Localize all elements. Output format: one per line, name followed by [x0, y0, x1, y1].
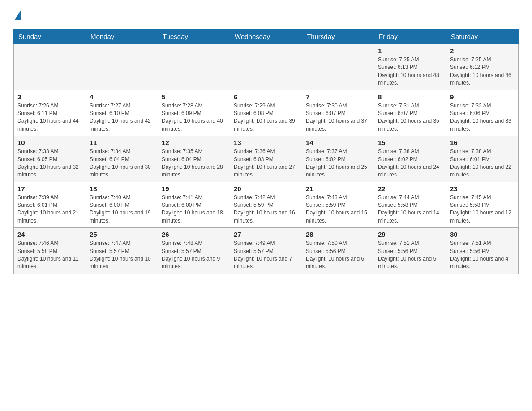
day-number: 16 — [450, 139, 515, 146]
day-number: 24 — [17, 231, 82, 238]
day-info: Sunrise: 7:51 AM Sunset: 5:56 PM Dayligh… — [378, 240, 442, 271]
calendar-header-row: SundayMondayTuesdayWednesdayThursdayFrid… — [14, 29, 519, 44]
day-info: Sunrise: 7:41 AM Sunset: 6:00 PM Dayligh… — [162, 194, 226, 225]
day-number: 18 — [90, 185, 154, 193]
weekday-header-monday: Monday — [86, 29, 158, 44]
day-number: 30 — [450, 231, 515, 238]
day-info: Sunrise: 7:38 AM Sunset: 6:02 PM Dayligh… — [378, 148, 442, 179]
calendar-cell: 14Sunrise: 7:37 AM Sunset: 6:02 PM Dayli… — [302, 136, 374, 182]
calendar-cell: 24Sunrise: 7:46 AM Sunset: 5:58 PM Dayli… — [14, 228, 86, 274]
calendar-week-row: 1Sunrise: 7:25 AM Sunset: 6:13 PM Daylig… — [14, 44, 519, 90]
calendar-week-row: 17Sunrise: 7:39 AM Sunset: 6:01 PM Dayli… — [14, 182, 519, 228]
calendar-cell: 3Sunrise: 7:26 AM Sunset: 6:11 PM Daylig… — [14, 90, 86, 136]
day-info: Sunrise: 7:32 AM Sunset: 6:06 PM Dayligh… — [450, 102, 515, 133]
day-number: 3 — [17, 93, 82, 101]
calendar-cell — [158, 44, 230, 90]
day-number: 21 — [306, 185, 370, 193]
calendar-cell: 9Sunrise: 7:32 AM Sunset: 6:06 PM Daylig… — [446, 90, 519, 136]
calendar-cell: 6Sunrise: 7:29 AM Sunset: 6:08 PM Daylig… — [230, 90, 302, 136]
day-info: Sunrise: 7:49 AM Sunset: 5:57 PM Dayligh… — [234, 240, 298, 271]
calendar-cell — [302, 44, 374, 90]
calendar-cell — [14, 44, 86, 90]
day-number: 20 — [234, 185, 298, 193]
weekday-header-wednesday: Wednesday — [230, 29, 302, 44]
weekday-header-friday: Friday — [374, 29, 446, 44]
calendar-cell: 28Sunrise: 7:50 AM Sunset: 5:56 PM Dayli… — [302, 228, 374, 274]
day-info: Sunrise: 7:43 AM Sunset: 5:59 PM Dayligh… — [306, 194, 370, 225]
calendar-cell: 22Sunrise: 7:44 AM Sunset: 5:58 PM Dayli… — [374, 182, 446, 228]
day-number: 27 — [234, 231, 298, 238]
day-info: Sunrise: 7:25 AM Sunset: 6:13 PM Dayligh… — [378, 56, 442, 87]
day-info: Sunrise: 7:29 AM Sunset: 6:08 PM Dayligh… — [234, 102, 298, 133]
day-info: Sunrise: 7:28 AM Sunset: 6:09 PM Dayligh… — [162, 102, 226, 133]
weekday-header-thursday: Thursday — [302, 29, 374, 44]
weekday-header-saturday: Saturday — [446, 29, 519, 44]
calendar-cell: 20Sunrise: 7:42 AM Sunset: 5:59 PM Dayli… — [230, 182, 302, 228]
calendar-cell: 4Sunrise: 7:27 AM Sunset: 6:10 PM Daylig… — [86, 90, 158, 136]
calendar-cell: 13Sunrise: 7:36 AM Sunset: 6:03 PM Dayli… — [230, 136, 302, 182]
day-info: Sunrise: 7:37 AM Sunset: 6:02 PM Dayligh… — [306, 148, 370, 179]
calendar-cell — [230, 44, 302, 90]
day-number: 11 — [90, 139, 154, 146]
calendar-cell: 17Sunrise: 7:39 AM Sunset: 6:01 PM Dayli… — [14, 182, 86, 228]
calendar-cell: 29Sunrise: 7:51 AM Sunset: 5:56 PM Dayli… — [374, 228, 446, 274]
day-info: Sunrise: 7:38 AM Sunset: 6:01 PM Dayligh… — [450, 148, 515, 179]
day-number: 26 — [162, 231, 226, 238]
weekday-header-tuesday: Tuesday — [158, 29, 230, 44]
calendar-cell: 12Sunrise: 7:35 AM Sunset: 6:04 PM Dayli… — [158, 136, 230, 182]
day-number: 12 — [162, 139, 226, 146]
calendar-cell: 2Sunrise: 7:25 AM Sunset: 6:12 PM Daylig… — [446, 44, 519, 90]
day-number: 7 — [306, 93, 370, 101]
logo-triangle-icon — [15, 10, 21, 20]
day-info: Sunrise: 7:30 AM Sunset: 6:07 PM Dayligh… — [306, 102, 370, 133]
day-info: Sunrise: 7:31 AM Sunset: 6:07 PM Dayligh… — [378, 102, 442, 133]
day-info: Sunrise: 7:40 AM Sunset: 6:00 PM Dayligh… — [90, 194, 154, 225]
day-number: 25 — [90, 231, 154, 238]
day-number: 9 — [450, 93, 515, 101]
day-info: Sunrise: 7:48 AM Sunset: 5:57 PM Dayligh… — [162, 240, 226, 271]
day-info: Sunrise: 7:33 AM Sunset: 6:05 PM Dayligh… — [17, 148, 82, 179]
calendar-cell: 7Sunrise: 7:30 AM Sunset: 6:07 PM Daylig… — [302, 90, 374, 136]
calendar-cell: 27Sunrise: 7:49 AM Sunset: 5:57 PM Dayli… — [230, 228, 302, 274]
day-number: 15 — [378, 139, 442, 146]
calendar-cell: 26Sunrise: 7:48 AM Sunset: 5:57 PM Dayli… — [158, 228, 230, 274]
day-info: Sunrise: 7:50 AM Sunset: 5:56 PM Dayligh… — [306, 240, 370, 271]
calendar-cell: 18Sunrise: 7:40 AM Sunset: 6:00 PM Dayli… — [86, 182, 158, 228]
calendar-week-row: 10Sunrise: 7:33 AM Sunset: 6:05 PM Dayli… — [14, 136, 519, 182]
calendar-cell: 11Sunrise: 7:34 AM Sunset: 6:04 PM Dayli… — [86, 136, 158, 182]
calendar-cell: 23Sunrise: 7:45 AM Sunset: 5:58 PM Dayli… — [446, 182, 519, 228]
day-number: 14 — [306, 139, 370, 146]
day-number: 13 — [234, 139, 298, 146]
day-info: Sunrise: 7:27 AM Sunset: 6:10 PM Dayligh… — [90, 102, 154, 133]
calendar-cell: 19Sunrise: 7:41 AM Sunset: 6:00 PM Dayli… — [158, 182, 230, 228]
calendar-cell: 5Sunrise: 7:28 AM Sunset: 6:09 PM Daylig… — [158, 90, 230, 136]
day-info: Sunrise: 7:34 AM Sunset: 6:04 PM Dayligh… — [90, 148, 154, 179]
day-info: Sunrise: 7:47 AM Sunset: 5:57 PM Dayligh… — [90, 240, 154, 271]
calendar-cell — [86, 44, 158, 90]
calendar-week-row: 3Sunrise: 7:26 AM Sunset: 6:11 PM Daylig… — [14, 90, 519, 136]
day-number: 28 — [306, 231, 370, 238]
day-info: Sunrise: 7:51 AM Sunset: 5:56 PM Dayligh… — [450, 240, 515, 271]
calendar-cell: 30Sunrise: 7:51 AM Sunset: 5:56 PM Dayli… — [446, 228, 519, 274]
calendar-cell: 1Sunrise: 7:25 AM Sunset: 6:13 PM Daylig… — [374, 44, 446, 90]
day-info: Sunrise: 7:36 AM Sunset: 6:03 PM Dayligh… — [234, 148, 298, 179]
calendar-cell: 16Sunrise: 7:38 AM Sunset: 6:01 PM Dayli… — [446, 136, 519, 182]
day-number: 17 — [17, 185, 82, 193]
day-info: Sunrise: 7:45 AM Sunset: 5:58 PM Dayligh… — [450, 194, 515, 225]
day-number: 23 — [450, 185, 515, 193]
day-number: 1 — [378, 47, 442, 55]
day-number: 22 — [378, 185, 442, 193]
day-number: 10 — [17, 139, 82, 146]
calendar-table: SundayMondayTuesdayWednesdayThursdayFrid… — [13, 29, 519, 274]
day-number: 29 — [378, 231, 442, 238]
calendar-cell: 10Sunrise: 7:33 AM Sunset: 6:05 PM Dayli… — [14, 136, 86, 182]
calendar-week-row: 24Sunrise: 7:46 AM Sunset: 5:58 PM Dayli… — [14, 228, 519, 274]
day-number: 4 — [90, 93, 154, 101]
page-header — [13, 9, 519, 20]
weekday-header-sunday: Sunday — [14, 29, 86, 44]
day-number: 5 — [162, 93, 226, 101]
calendar-cell: 8Sunrise: 7:31 AM Sunset: 6:07 PM Daylig… — [374, 90, 446, 136]
day-info: Sunrise: 7:26 AM Sunset: 6:11 PM Dayligh… — [17, 102, 82, 133]
calendar-cell: 25Sunrise: 7:47 AM Sunset: 5:57 PM Dayli… — [86, 228, 158, 274]
calendar-cell: 21Sunrise: 7:43 AM Sunset: 5:59 PM Dayli… — [302, 182, 374, 228]
